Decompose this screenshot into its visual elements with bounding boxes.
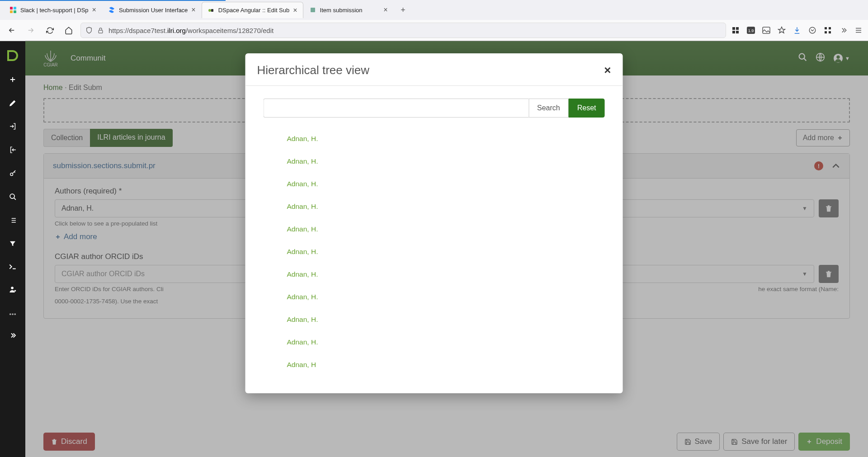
svg-rect-18 — [825, 31, 827, 33]
svg-point-22 — [11, 287, 14, 289]
new-tab-button[interactable]: + — [396, 5, 410, 15]
tree-item[interactable]: Adnan, H. — [287, 331, 605, 353]
svg-rect-8 — [732, 27, 735, 30]
tab-title: DSpace Angular :: Edit Sub — [218, 7, 290, 14]
svg-point-15 — [809, 27, 816, 33]
tab-title: Submission User Interface — [119, 7, 188, 14]
import-icon[interactable] — [9, 122, 17, 132]
browser-tab[interactable]: Item submission × — [303, 2, 394, 18]
home-button[interactable] — [61, 23, 76, 38]
close-icon[interactable]: × — [191, 6, 195, 14]
admin-sidebar — [0, 41, 25, 457]
tree-search-input[interactable] — [264, 99, 529, 118]
browser-tab[interactable]: Submission User Interface × — [102, 2, 202, 18]
svg-rect-0 — [10, 7, 13, 9]
svg-rect-6 — [311, 8, 315, 12]
list-icon[interactable] — [9, 217, 17, 226]
tree-item[interactable]: Adnan, H. — [287, 150, 605, 173]
key-icon[interactable] — [9, 170, 17, 179]
close-icon[interactable]: × — [92, 6, 96, 14]
tree-item[interactable]: Adnan, H. — [287, 218, 605, 240]
svg-rect-3 — [14, 10, 16, 13]
url-field[interactable]: https://dspace7test.ilri.org/workspaceit… — [80, 23, 726, 38]
plus-icon[interactable] — [9, 75, 17, 86]
expand-icon[interactable] — [9, 332, 17, 341]
svg-rect-19 — [829, 31, 831, 33]
browser-tab[interactable]: Slack | tech-support | DSp × — [4, 2, 102, 18]
svg-rect-2 — [10, 10, 13, 13]
back-button[interactable] — [5, 23, 19, 38]
download-icon[interactable] — [792, 25, 802, 35]
tree-item[interactable]: Adnan, H. — [287, 308, 605, 331]
tab-title: Item submission — [320, 7, 380, 14]
grid-icon[interactable] — [731, 25, 741, 35]
user-icon[interactable] — [9, 286, 17, 296]
tree-item[interactable]: Adnan, H. — [287, 195, 605, 218]
tree-item[interactable]: Adnan, H. — [287, 263, 605, 286]
dspace-icon — [208, 7, 215, 14]
more-icon[interactable] — [9, 309, 17, 318]
close-icon[interactable]: × — [293, 6, 297, 14]
forward-button[interactable] — [24, 23, 38, 38]
svg-rect-9 — [736, 27, 739, 30]
badge-icon[interactable]: 1.9 — [746, 25, 756, 35]
svg-rect-11 — [736, 31, 739, 33]
shield-icon — [85, 27, 93, 34]
export-icon[interactable] — [9, 146, 17, 156]
pocket-icon[interactable] — [807, 25, 817, 35]
edit-icon[interactable] — [9, 99, 16, 109]
tree-item[interactable]: Adnan, H. — [287, 286, 605, 308]
svg-point-4 — [208, 9, 211, 12]
svg-rect-1 — [14, 7, 16, 9]
svg-rect-5 — [211, 9, 213, 12]
lock-icon — [97, 27, 104, 34]
svg-point-24 — [9, 313, 11, 315]
svg-rect-17 — [829, 27, 831, 29]
close-icon[interactable]: × — [383, 6, 387, 14]
star-icon[interactable] — [777, 25, 787, 35]
tree-item[interactable]: Adnan, H. — [287, 127, 605, 150]
browser-chrome: Slack | tech-support | DSp × Submission … — [0, 0, 868, 41]
filter-icon[interactable] — [9, 240, 16, 250]
search-button[interactable]: Search — [528, 99, 569, 118]
url-text: https://dspace7test.ilri.org/workspaceit… — [108, 27, 274, 34]
page-load-indicator — [0, 0, 226, 1]
svg-rect-16 — [825, 27, 827, 29]
tree-item[interactable]: Adnan, H. — [287, 240, 605, 263]
url-bar: https://dspace7test.ilri.org/workspaceit… — [0, 20, 868, 41]
dspace-logo-icon[interactable] — [6, 49, 19, 62]
image-icon[interactable] — [761, 25, 771, 35]
dspace-icon — [309, 6, 316, 14]
svg-point-21 — [10, 194, 14, 198]
tree-list: Adnan, H. Adnan, H. Adnan, H. Adnan, H. … — [264, 127, 605, 376]
tab-title: Slack | tech-support | DSp — [20, 7, 89, 14]
reset-button[interactable]: Reset — [569, 99, 605, 118]
svg-point-20 — [10, 173, 13, 176]
svg-rect-7 — [99, 30, 103, 33]
slack-icon — [9, 6, 17, 14]
tab-strip: Slack | tech-support | DSp × Submission … — [0, 0, 868, 20]
toolbar-right: 1.9 — [731, 25, 863, 35]
close-icon[interactable]: × — [604, 63, 611, 77]
tree-item[interactable]: Adnan, H — [287, 353, 605, 376]
more-icon[interactable] — [838, 25, 848, 35]
modal-title: Hierarchical tree view — [257, 63, 370, 77]
svg-text:1.9: 1.9 — [748, 28, 754, 33]
svg-rect-10 — [732, 31, 735, 33]
svg-point-23 — [14, 290, 16, 292]
svg-point-26 — [14, 313, 16, 315]
browser-tab-active[interactable]: DSpace Angular :: Edit Sub × — [202, 2, 303, 18]
confluence-icon — [108, 6, 115, 14]
menu-icon[interactable] — [854, 25, 863, 35]
extension-icon[interactable] — [823, 25, 833, 35]
svg-point-25 — [12, 313, 14, 315]
tree-view-modal: Hierarchical tree view × Search Reset Ad… — [245, 53, 623, 393]
terminal-icon[interactable] — [9, 263, 17, 272]
search-icon[interactable] — [9, 193, 17, 203]
tree-item[interactable]: Adnan, H. — [287, 173, 605, 195]
reload-button[interactable] — [42, 23, 57, 38]
